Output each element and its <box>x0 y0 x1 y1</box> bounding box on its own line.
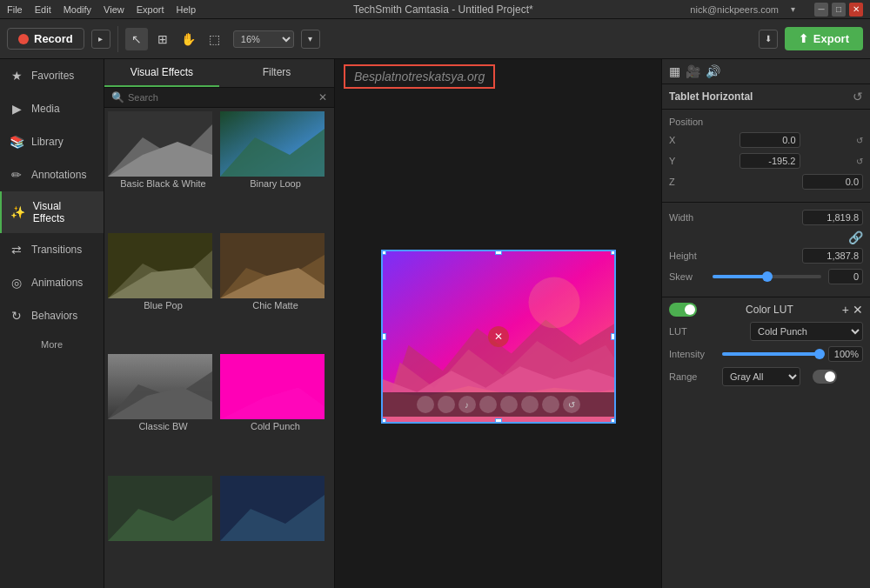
tab-filters[interactable]: Filters <box>219 59 334 87</box>
resize-handle-l[interactable] <box>381 333 386 340</box>
ctrl-3[interactable]: ♪ <box>458 396 476 413</box>
effect-8[interactable] <box>220 476 331 585</box>
height-row: Height <box>669 248 863 264</box>
crop-tool[interactable]: ⬚ <box>204 28 226 50</box>
effect-label-chic: Chic Matte <box>220 298 331 314</box>
ctrl-2[interactable] <box>438 396 455 413</box>
resize-handle-b[interactable] <box>495 418 502 424</box>
resize-handle-tl[interactable] <box>381 250 386 255</box>
window-controls: ─ □ ✕ <box>814 3 863 17</box>
position-z-row: Z <box>669 174 863 190</box>
ctrl-1[interactable] <box>417 396 434 413</box>
sidebar-item-visual-effects[interactable]: ✨ Visual Effects <box>0 191 104 233</box>
intensity-value: 100% <box>828 346 863 362</box>
properties-reset-icon[interactable]: ↺ <box>853 90 863 104</box>
resize-handle-bl[interactable] <box>381 418 386 424</box>
lut-select[interactable]: Cold Punch Basic Black & White Binary Lo… <box>750 322 863 341</box>
range-toggle[interactable] <box>813 370 837 384</box>
dimensions-section: Width 🔗 Height Skew <box>662 203 870 297</box>
user-dropdown-icon[interactable]: ▾ <box>791 4 795 14</box>
svg-point-26 <box>528 277 579 328</box>
effect-7[interactable] <box>108 476 218 585</box>
position-x-input[interactable] <box>740 132 800 148</box>
sidebar-item-behaviors[interactable]: ↻ Behaviors <box>0 299 104 332</box>
more-button[interactable]: More <box>0 332 104 357</box>
main-layout: ★ Favorites ▶ Media 📚 Library ✏ Annotati… <box>0 59 870 588</box>
width-row: Width <box>669 210 863 225</box>
skew-slider-knob[interactable] <box>762 271 773 282</box>
pan-tool[interactable]: ✋ <box>177 28 200 50</box>
toolbar: Record ▸ ↖ ⊞ ✋ ⬚ 16% 25% 50% 100% ▾ ⬇ ⬆ … <box>0 19 870 59</box>
effect-basic-bw[interactable]: Basic Black & White <box>108 111 218 231</box>
maximize-button[interactable]: □ <box>832 3 846 17</box>
resize-handle-r[interactable] <box>611 333 616 340</box>
ctrl-4[interactable] <box>479 396 497 413</box>
search-input[interactable] <box>128 92 315 103</box>
sidebar-item-animations[interactable]: ◎ Animations <box>0 266 104 299</box>
minimize-button[interactable]: ─ <box>814 3 828 17</box>
panel-icon-video[interactable]: ▦ <box>669 64 680 78</box>
group-tool[interactable]: ⊞ <box>151 28 174 50</box>
close-button[interactable]: ✕ <box>849 3 863 17</box>
effect-classic-bw[interactable]: Classic BW <box>108 354 218 474</box>
export-button[interactable]: ⬆ Export <box>785 27 863 50</box>
menu-help[interactable]: Help <box>177 4 197 15</box>
effect-chic-matte[interactable]: Chic Matte <box>220 233 331 353</box>
resize-handle-t[interactable] <box>495 250 502 255</box>
position-y-input[interactable] <box>740 153 800 169</box>
sidebar-item-media[interactable]: ▶ Media <box>0 92 104 125</box>
color-lut-remove[interactable]: ✕ <box>853 303 863 317</box>
sidebar-label-favorites: Favorites <box>31 70 74 82</box>
color-lut-add[interactable]: + <box>842 303 849 317</box>
ctrl-6[interactable] <box>521 396 539 413</box>
sidebar-label-transitions: Transitions <box>31 244 82 256</box>
zoom-select[interactable]: 16% 25% 50% 100% <box>233 30 294 48</box>
preview-canvas: ✕ ♪ ↺ <box>344 94 652 579</box>
effect-blue-pop[interactable]: Blue Pop <box>108 233 218 353</box>
link-dimensions-icon[interactable]: 🔗 <box>848 231 863 244</box>
tab-visual-effects[interactable]: Visual Effects <box>104 59 219 87</box>
search-clear-icon[interactable]: ✕ <box>318 91 327 104</box>
left-sidebar: ★ Favorites ▶ Media 📚 Library ✏ Annotati… <box>0 59 104 588</box>
user-info: nick@nickpeers.com <box>690 4 779 15</box>
panel-icon-audio[interactable]: 🔊 <box>706 64 720 78</box>
sidebar-item-library[interactable]: 📚 Library <box>0 125 104 158</box>
ctrl-8[interactable]: ↺ <box>563 396 580 413</box>
sidebar-item-favorites[interactable]: ★ Favorites <box>0 59 104 92</box>
width-label: Width <box>669 212 713 223</box>
toolbar-dropdown-button[interactable]: ▸ <box>91 30 110 49</box>
skew-input[interactable] <box>828 269 863 284</box>
height-input[interactable] <box>802 248 863 264</box>
sidebar-item-transitions[interactable]: ⇄ Transitions <box>0 233 104 266</box>
ctrl-5[interactable] <box>500 396 518 413</box>
record-button[interactable]: Record <box>7 28 84 50</box>
position-x-reset[interactable]: ↺ <box>856 136 863 145</box>
tablet-horizontal-header: Tablet Horizontal ↺ <box>662 84 870 110</box>
zoom-dropdown[interactable]: ▾ <box>301 30 320 49</box>
position-y-reset[interactable]: ↺ <box>856 157 863 166</box>
menu-edit[interactable]: Edit <box>35 4 51 15</box>
menu-export[interactable]: Export <box>137 4 164 15</box>
sidebar-item-annotations[interactable]: ✏ Annotations <box>0 158 104 191</box>
color-lut-props: LUT Cold Punch Basic Black & White Binar… <box>662 322 870 398</box>
intensity-slider[interactable] <box>722 352 823 356</box>
download-button[interactable]: ⬇ <box>759 30 778 49</box>
width-input[interactable] <box>802 210 863 225</box>
menu-file[interactable]: File <box>7 4 23 15</box>
resize-handle-tr[interactable] <box>611 250 616 255</box>
sidebar-label-visual-effects: Visual Effects <box>33 200 95 224</box>
position-z-input[interactable] <box>802 174 863 190</box>
effect-binary-loop[interactable]: Binary Loop <box>220 111 331 231</box>
menu-view[interactable]: View <box>104 4 124 15</box>
ctrl-7[interactable] <box>542 396 559 413</box>
menu-modify[interactable]: Modify <box>64 4 91 15</box>
resize-handle-br[interactable] <box>611 418 616 424</box>
panel-icon-camera[interactable]: 🎥 <box>686 64 700 78</box>
close-preview-icon[interactable]: ✕ <box>488 326 509 347</box>
properties-title: Tablet Horizontal <box>669 90 753 103</box>
color-lut-toggle[interactable] <box>669 303 697 317</box>
select-tool[interactable]: ↖ <box>125 28 148 50</box>
range-row: Range Gray All Full Highlights <box>669 367 863 386</box>
range-select[interactable]: Gray All Full Highlights <box>722 367 800 386</box>
effect-cold-punch[interactable]: Cold Punch <box>220 354 331 474</box>
